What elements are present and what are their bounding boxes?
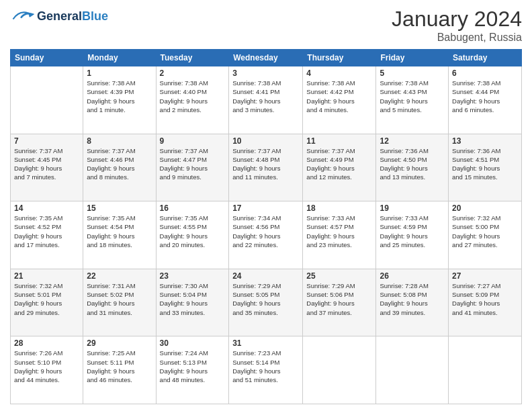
table-row: 22Sunrise: 7:31 AM Sunset: 5:02 PM Dayli… bbox=[83, 269, 156, 336]
col-friday: Friday bbox=[376, 50, 449, 66]
calendar-header-row: Sunday Monday Tuesday Wednesday Thursday… bbox=[11, 50, 522, 66]
day-number: 2 bbox=[160, 68, 226, 78]
day-number: 3 bbox=[232, 68, 299, 78]
day-info: Sunrise: 7:37 AM Sunset: 4:47 PM Dayligh… bbox=[160, 146, 226, 182]
title-block: January 2024 Babugent, Russia bbox=[392, 7, 522, 44]
day-number: 12 bbox=[380, 136, 445, 146]
page: GeneralBlue January 2024 Babugent, Russi… bbox=[0, 0, 532, 411]
table-row: 6Sunrise: 7:38 AM Sunset: 4:44 PM Daylig… bbox=[449, 66, 522, 134]
table-row: 9Sunrise: 7:37 AM Sunset: 4:47 PM Daylig… bbox=[156, 134, 229, 201]
day-number: 30 bbox=[160, 338, 226, 348]
calendar-table: Sunday Monday Tuesday Wednesday Thursday… bbox=[10, 49, 522, 404]
day-number: 27 bbox=[452, 271, 518, 281]
day-number: 16 bbox=[160, 203, 226, 213]
day-info: Sunrise: 7:30 AM Sunset: 5:04 PM Dayligh… bbox=[160, 281, 226, 317]
day-number: 4 bbox=[306, 68, 372, 78]
day-number: 19 bbox=[380, 203, 445, 213]
day-info: Sunrise: 7:25 AM Sunset: 5:11 PM Dayligh… bbox=[87, 349, 152, 384]
table-row: 14Sunrise: 7:35 AM Sunset: 4:52 PM Dayli… bbox=[11, 201, 83, 269]
day-number: 21 bbox=[14, 271, 79, 281]
day-info: Sunrise: 7:36 AM Sunset: 4:51 PM Dayligh… bbox=[452, 146, 518, 182]
table-row: 1Sunrise: 7:38 AM Sunset: 4:39 PM Daylig… bbox=[83, 66, 156, 134]
col-saturday: Saturday bbox=[449, 50, 522, 66]
table-row: 19Sunrise: 7:33 AM Sunset: 4:59 PM Dayli… bbox=[376, 201, 449, 269]
day-number: 22 bbox=[87, 271, 152, 281]
table-row: 17Sunrise: 7:34 AM Sunset: 4:56 PM Dayli… bbox=[229, 201, 303, 269]
table-row: 10Sunrise: 7:37 AM Sunset: 4:48 PM Dayli… bbox=[229, 134, 303, 201]
day-number: 18 bbox=[306, 203, 372, 213]
logo-text-block: GeneralBlue bbox=[37, 9, 108, 24]
day-info: Sunrise: 7:34 AM Sunset: 4:56 PM Dayligh… bbox=[232, 214, 299, 249]
day-info: Sunrise: 7:35 AM Sunset: 4:54 PM Dayligh… bbox=[87, 214, 152, 249]
day-info: Sunrise: 7:33 AM Sunset: 4:59 PM Dayligh… bbox=[380, 214, 445, 249]
table-row: 18Sunrise: 7:33 AM Sunset: 4:57 PM Dayli… bbox=[303, 201, 376, 269]
day-number: 10 bbox=[232, 136, 299, 146]
table-row bbox=[11, 66, 83, 134]
day-number: 11 bbox=[306, 136, 372, 146]
logo: GeneralBlue bbox=[10, 7, 108, 26]
table-row: 12Sunrise: 7:36 AM Sunset: 4:50 PM Dayli… bbox=[376, 134, 449, 201]
col-tuesday: Tuesday bbox=[156, 50, 229, 66]
table-row: 15Sunrise: 7:35 AM Sunset: 4:54 PM Dayli… bbox=[83, 201, 156, 269]
table-row: 13Sunrise: 7:36 AM Sunset: 4:51 PM Dayli… bbox=[449, 134, 522, 201]
calendar-week-row: 1Sunrise: 7:38 AM Sunset: 4:39 PM Daylig… bbox=[11, 66, 522, 134]
day-info: Sunrise: 7:38 AM Sunset: 4:40 PM Dayligh… bbox=[160, 79, 226, 114]
calendar-week-row: 14Sunrise: 7:35 AM Sunset: 4:52 PM Dayli… bbox=[11, 201, 522, 269]
table-row: 4Sunrise: 7:38 AM Sunset: 4:42 PM Daylig… bbox=[303, 66, 376, 134]
table-row: 23Sunrise: 7:30 AM Sunset: 5:04 PM Dayli… bbox=[156, 269, 229, 336]
day-info: Sunrise: 7:38 AM Sunset: 4:39 PM Dayligh… bbox=[87, 79, 152, 114]
col-wednesday: Wednesday bbox=[229, 50, 303, 66]
day-number: 5 bbox=[380, 68, 445, 78]
day-info: Sunrise: 7:33 AM Sunset: 4:57 PM Dayligh… bbox=[306, 214, 372, 249]
day-info: Sunrise: 7:31 AM Sunset: 5:02 PM Dayligh… bbox=[87, 281, 152, 317]
table-row: 11Sunrise: 7:37 AM Sunset: 4:49 PM Dayli… bbox=[303, 134, 376, 201]
col-monday: Monday bbox=[83, 50, 156, 66]
day-number: 6 bbox=[452, 68, 518, 78]
day-info: Sunrise: 7:32 AM Sunset: 5:00 PM Dayligh… bbox=[452, 214, 518, 249]
day-info: Sunrise: 7:26 AM Sunset: 5:10 PM Dayligh… bbox=[14, 349, 79, 384]
day-number: 7 bbox=[14, 136, 79, 146]
header: GeneralBlue January 2024 Babugent, Russi… bbox=[10, 7, 522, 44]
calendar-subtitle: Babugent, Russia bbox=[392, 32, 522, 44]
table-row: 16Sunrise: 7:35 AM Sunset: 4:55 PM Dayli… bbox=[156, 201, 229, 269]
day-info: Sunrise: 7:23 AM Sunset: 5:14 PM Dayligh… bbox=[232, 349, 299, 384]
day-info: Sunrise: 7:36 AM Sunset: 4:50 PM Dayligh… bbox=[380, 146, 445, 182]
table-row: 8Sunrise: 7:37 AM Sunset: 4:46 PM Daylig… bbox=[83, 134, 156, 201]
day-number: 15 bbox=[87, 203, 152, 213]
day-number: 28 bbox=[14, 338, 79, 348]
day-info: Sunrise: 7:32 AM Sunset: 5:01 PM Dayligh… bbox=[14, 281, 79, 317]
day-number: 1 bbox=[87, 68, 152, 78]
calendar-title: January 2024 bbox=[392, 7, 522, 32]
table-row bbox=[376, 336, 449, 404]
table-row bbox=[449, 336, 522, 404]
logo-icon bbox=[10, 7, 34, 26]
day-info: Sunrise: 7:38 AM Sunset: 4:42 PM Dayligh… bbox=[306, 79, 372, 114]
day-info: Sunrise: 7:29 AM Sunset: 5:06 PM Dayligh… bbox=[306, 281, 372, 317]
day-info: Sunrise: 7:38 AM Sunset: 4:44 PM Dayligh… bbox=[452, 79, 518, 114]
day-number: 23 bbox=[160, 271, 226, 281]
table-row: 30Sunrise: 7:24 AM Sunset: 5:13 PM Dayli… bbox=[156, 336, 229, 404]
table-row: 21Sunrise: 7:32 AM Sunset: 5:01 PM Dayli… bbox=[11, 269, 83, 336]
table-row bbox=[303, 336, 376, 404]
table-row: 3Sunrise: 7:38 AM Sunset: 4:41 PM Daylig… bbox=[229, 66, 303, 134]
day-info: Sunrise: 7:28 AM Sunset: 5:08 PM Dayligh… bbox=[380, 281, 445, 317]
day-info: Sunrise: 7:37 AM Sunset: 4:46 PM Dayligh… bbox=[87, 146, 152, 182]
day-number: 8 bbox=[87, 136, 152, 146]
day-info: Sunrise: 7:37 AM Sunset: 4:49 PM Dayligh… bbox=[306, 146, 372, 182]
calendar-week-row: 21Sunrise: 7:32 AM Sunset: 5:01 PM Dayli… bbox=[11, 269, 522, 336]
day-number: 13 bbox=[452, 136, 518, 146]
col-thursday: Thursday bbox=[303, 50, 376, 66]
day-number: 26 bbox=[380, 271, 445, 281]
table-row: 5Sunrise: 7:38 AM Sunset: 4:43 PM Daylig… bbox=[376, 66, 449, 134]
day-number: 31 bbox=[232, 338, 299, 348]
table-row: 27Sunrise: 7:27 AM Sunset: 5:09 PM Dayli… bbox=[449, 269, 522, 336]
logo-general-text: General bbox=[37, 9, 82, 23]
col-sunday: Sunday bbox=[11, 50, 83, 66]
day-number: 29 bbox=[87, 338, 152, 348]
table-row: 20Sunrise: 7:32 AM Sunset: 5:00 PM Dayli… bbox=[449, 201, 522, 269]
table-row: 2Sunrise: 7:38 AM Sunset: 4:40 PM Daylig… bbox=[156, 66, 229, 134]
day-info: Sunrise: 7:24 AM Sunset: 5:13 PM Dayligh… bbox=[160, 349, 226, 384]
table-row: 25Sunrise: 7:29 AM Sunset: 5:06 PM Dayli… bbox=[303, 269, 376, 336]
day-number: 9 bbox=[160, 136, 226, 146]
table-row: 7Sunrise: 7:37 AM Sunset: 4:45 PM Daylig… bbox=[11, 134, 83, 201]
